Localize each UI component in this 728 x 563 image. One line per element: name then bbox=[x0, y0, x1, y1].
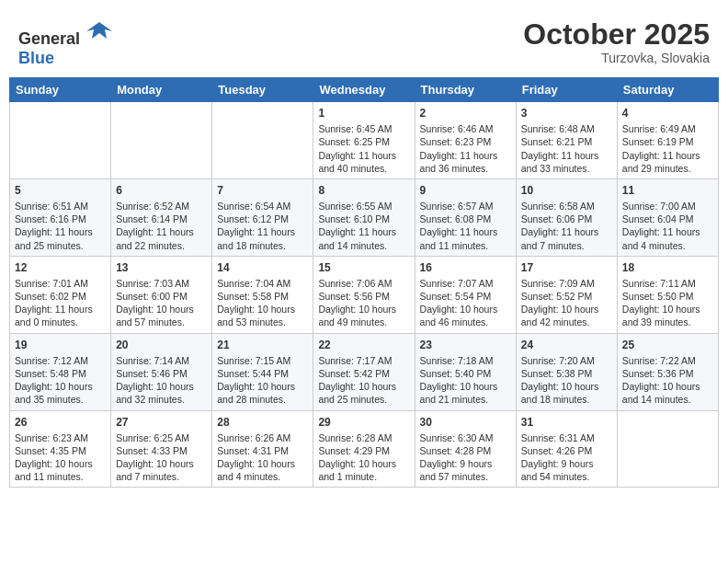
day-info: Sunrise: 6:31 AMSunset: 4:26 PMDaylight:… bbox=[521, 431, 612, 484]
day-number: 17 bbox=[521, 260, 612, 275]
weekday-header-thursday: Thursday bbox=[415, 78, 516, 102]
weekday-header-monday: Monday bbox=[111, 78, 212, 102]
calendar-cell: 12Sunrise: 7:01 AMSunset: 6:02 PMDayligh… bbox=[10, 256, 111, 333]
day-info: Sunrise: 7:22 AMSunset: 5:36 PMDaylight:… bbox=[622, 354, 713, 407]
day-info: Sunrise: 6:25 AMSunset: 4:33 PMDaylight:… bbox=[116, 431, 207, 484]
day-number: 11 bbox=[622, 183, 713, 198]
day-number: 27 bbox=[116, 415, 207, 430]
day-info: Sunrise: 7:17 AMSunset: 5:42 PMDaylight:… bbox=[318, 354, 409, 407]
day-info: Sunrise: 6:46 AMSunset: 6:23 PMDaylight:… bbox=[420, 122, 511, 175]
calendar-cell: 6Sunrise: 6:52 AMSunset: 6:14 PMDaylight… bbox=[111, 178, 212, 256]
day-number: 8 bbox=[318, 183, 409, 198]
day-info: Sunrise: 7:11 AMSunset: 5:50 PMDaylight:… bbox=[622, 277, 713, 329]
calendar-week-row: 5Sunrise: 6:51 AMSunset: 6:16 PMDaylight… bbox=[10, 178, 719, 256]
day-info: Sunrise: 7:06 AMSunset: 5:56 PMDaylight:… bbox=[318, 277, 409, 329]
calendar-cell: 25Sunrise: 7:22 AMSunset: 5:36 PMDayligh… bbox=[617, 333, 718, 410]
day-info: Sunrise: 6:58 AMSunset: 6:06 PMDaylight:… bbox=[521, 200, 612, 252]
day-info: Sunrise: 7:18 AMSunset: 5:40 PMDaylight:… bbox=[420, 354, 511, 407]
calendar-cell: 21Sunrise: 7:15 AMSunset: 5:44 PMDayligh… bbox=[212, 333, 313, 410]
calendar-cell: 27Sunrise: 6:25 AMSunset: 4:33 PMDayligh… bbox=[111, 410, 212, 488]
calendar-cell: 19Sunrise: 7:12 AMSunset: 5:48 PMDayligh… bbox=[10, 333, 111, 410]
calendar-cell: 26Sunrise: 6:23 AMSunset: 4:35 PMDayligh… bbox=[10, 410, 111, 488]
calendar-cell: 17Sunrise: 7:09 AMSunset: 5:52 PMDayligh… bbox=[516, 256, 617, 333]
day-number: 9 bbox=[420, 183, 511, 198]
calendar-cell bbox=[10, 102, 111, 179]
day-number: 10 bbox=[521, 183, 612, 198]
logo: General Blue bbox=[18, 18, 112, 68]
day-number: 2 bbox=[420, 106, 511, 121]
day-number: 3 bbox=[521, 106, 612, 121]
calendar-cell: 4Sunrise: 6:49 AMSunset: 6:19 PMDaylight… bbox=[617, 102, 718, 179]
day-info: Sunrise: 7:12 AMSunset: 5:48 PMDaylight:… bbox=[15, 354, 106, 407]
day-info: Sunrise: 7:01 AMSunset: 6:02 PMDaylight:… bbox=[15, 277, 106, 329]
day-info: Sunrise: 6:30 AMSunset: 4:28 PMDaylight:… bbox=[420, 431, 511, 484]
weekday-header-tuesday: Tuesday bbox=[212, 78, 313, 102]
day-info: Sunrise: 6:49 AMSunset: 6:19 PMDaylight:… bbox=[622, 122, 713, 175]
calendar-cell: 24Sunrise: 7:20 AMSunset: 5:38 PMDayligh… bbox=[516, 333, 617, 410]
day-info: Sunrise: 7:07 AMSunset: 5:54 PMDaylight:… bbox=[420, 277, 511, 329]
calendar-cell: 2Sunrise: 6:46 AMSunset: 6:23 PMDaylight… bbox=[415, 102, 516, 179]
calendar-cell bbox=[212, 102, 313, 179]
calendar-cell: 8Sunrise: 6:55 AMSunset: 6:10 PMDaylight… bbox=[313, 178, 415, 256]
day-info: Sunrise: 6:23 AMSunset: 4:35 PMDaylight:… bbox=[15, 431, 106, 484]
month-title: October 2025 bbox=[523, 18, 710, 51]
calendar-cell: 7Sunrise: 6:54 AMSunset: 6:12 PMDaylight… bbox=[212, 178, 313, 256]
weekday-header-friday: Friday bbox=[516, 78, 617, 102]
calendar-cell: 31Sunrise: 6:31 AMSunset: 4:26 PMDayligh… bbox=[516, 410, 617, 488]
day-info: Sunrise: 7:04 AMSunset: 5:58 PMDaylight:… bbox=[217, 277, 308, 329]
calendar-cell: 15Sunrise: 7:06 AMSunset: 5:56 PMDayligh… bbox=[313, 256, 415, 333]
calendar-cell: 1Sunrise: 6:45 AMSunset: 6:25 PMDaylight… bbox=[313, 102, 415, 179]
calendar-cell bbox=[111, 102, 212, 179]
day-number: 16 bbox=[420, 260, 511, 275]
day-number: 29 bbox=[318, 415, 409, 430]
calendar-cell: 29Sunrise: 6:28 AMSunset: 4:29 PMDayligh… bbox=[313, 410, 415, 488]
day-number: 31 bbox=[521, 415, 612, 430]
day-number: 19 bbox=[15, 338, 106, 352]
calendar-cell: 22Sunrise: 7:17 AMSunset: 5:42 PMDayligh… bbox=[313, 333, 415, 410]
day-info: Sunrise: 6:28 AMSunset: 4:29 PMDaylight:… bbox=[318, 431, 409, 484]
day-info: Sunrise: 7:14 AMSunset: 5:46 PMDaylight:… bbox=[116, 354, 207, 407]
calendar-cell: 30Sunrise: 6:30 AMSunset: 4:28 PMDayligh… bbox=[415, 410, 516, 488]
calendar-cell: 5Sunrise: 6:51 AMSunset: 6:16 PMDaylight… bbox=[10, 178, 111, 256]
day-info: Sunrise: 6:48 AMSunset: 6:21 PMDaylight:… bbox=[521, 122, 612, 175]
logo-bird-icon bbox=[86, 18, 112, 44]
calendar-week-row: 19Sunrise: 7:12 AMSunset: 5:48 PMDayligh… bbox=[10, 333, 719, 410]
calendar-cell: 11Sunrise: 7:00 AMSunset: 6:04 PMDayligh… bbox=[617, 178, 718, 256]
day-number: 25 bbox=[622, 338, 713, 352]
day-number: 7 bbox=[217, 183, 308, 198]
day-number: 18 bbox=[622, 260, 713, 275]
weekday-header-wednesday: Wednesday bbox=[313, 78, 415, 102]
calendar-cell: 16Sunrise: 7:07 AMSunset: 5:54 PMDayligh… bbox=[415, 256, 516, 333]
title-block: October 2025 Turzovka, Slovakia bbox=[523, 18, 710, 65]
day-number: 6 bbox=[116, 183, 207, 198]
day-number: 22 bbox=[318, 338, 409, 352]
calendar-week-row: 1Sunrise: 6:45 AMSunset: 6:25 PMDaylight… bbox=[10, 102, 719, 179]
location: Turzovka, Slovakia bbox=[523, 51, 710, 65]
day-info: Sunrise: 6:45 AMSunset: 6:25 PMDaylight:… bbox=[318, 122, 409, 175]
day-info: Sunrise: 7:00 AMSunset: 6:04 PMDaylight:… bbox=[622, 200, 713, 252]
day-info: Sunrise: 7:20 AMSunset: 5:38 PMDaylight:… bbox=[521, 354, 612, 407]
calendar-cell: 18Sunrise: 7:11 AMSunset: 5:50 PMDayligh… bbox=[617, 256, 718, 333]
logo-text: General Blue bbox=[18, 18, 112, 68]
day-number: 20 bbox=[116, 338, 207, 352]
calendar-table: SundayMondayTuesdayWednesdayThursdayFrid… bbox=[9, 77, 719, 488]
svg-marker-0 bbox=[86, 22, 112, 39]
day-number: 30 bbox=[420, 415, 511, 430]
logo-blue: Blue bbox=[18, 49, 54, 67]
weekday-header-row: SundayMondayTuesdayWednesdayThursdayFrid… bbox=[10, 78, 719, 102]
calendar-cell: 20Sunrise: 7:14 AMSunset: 5:46 PMDayligh… bbox=[111, 333, 212, 410]
day-number: 5 bbox=[15, 183, 106, 198]
day-info: Sunrise: 7:15 AMSunset: 5:44 PMDaylight:… bbox=[217, 354, 308, 407]
day-number: 1 bbox=[318, 106, 409, 121]
calendar-week-row: 12Sunrise: 7:01 AMSunset: 6:02 PMDayligh… bbox=[10, 256, 719, 333]
day-number: 15 bbox=[318, 260, 409, 275]
day-number: 21 bbox=[217, 338, 308, 352]
day-number: 23 bbox=[420, 338, 511, 352]
day-info: Sunrise: 6:57 AMSunset: 6:08 PMDaylight:… bbox=[420, 200, 511, 252]
day-info: Sunrise: 7:09 AMSunset: 5:52 PMDaylight:… bbox=[521, 277, 612, 329]
calendar-cell: 10Sunrise: 6:58 AMSunset: 6:06 PMDayligh… bbox=[516, 178, 617, 256]
calendar-cell: 9Sunrise: 6:57 AMSunset: 6:08 PMDaylight… bbox=[415, 178, 516, 256]
day-number: 13 bbox=[116, 260, 207, 275]
day-info: Sunrise: 6:26 AMSunset: 4:31 PMDaylight:… bbox=[217, 431, 308, 484]
weekday-header-saturday: Saturday bbox=[617, 78, 718, 102]
